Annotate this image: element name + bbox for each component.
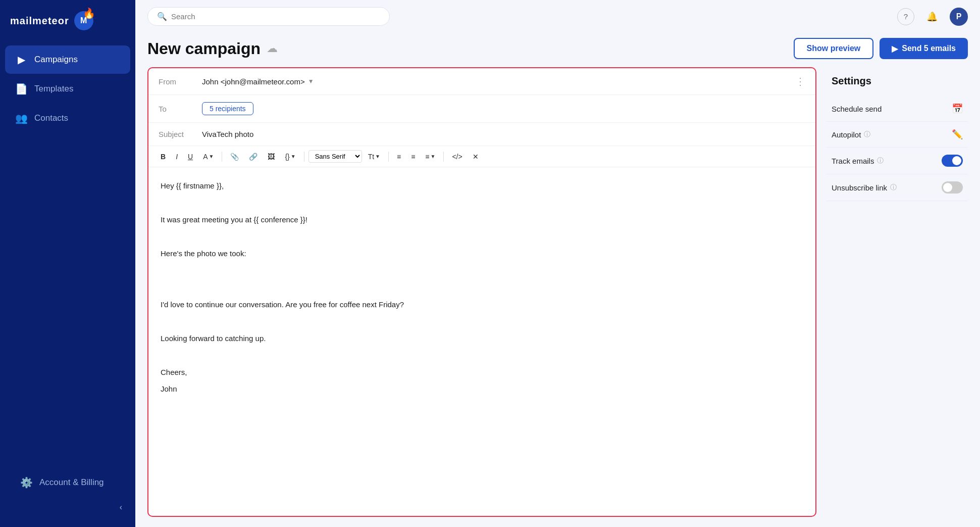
body-line-1: Hey {{ firstname }},: [161, 179, 803, 193]
toolbar-separator-4: [443, 152, 444, 162]
variable-dropdown-icon: ▼: [291, 154, 296, 159]
account-icon: ⚙️: [20, 476, 32, 489]
bullet-list-button[interactable]: ≡: [393, 151, 405, 163]
sidebar-bottom: ⚙️ Account & Billing ‹: [0, 462, 135, 527]
edit-icon[interactable]: ✏️: [952, 129, 963, 140]
recipients-badge[interactable]: 5 recipients: [202, 102, 253, 115]
sidebar-logo: mailmeteor M 🔥: [0, 0, 135, 44]
code-button[interactable]: </>: [448, 151, 466, 163]
font-size-icon: Tt: [368, 153, 374, 161]
variable-icon: {}: [285, 153, 289, 161]
schedule-send-label: Schedule send: [832, 105, 882, 113]
schedule-send-row: Schedule send 📅: [827, 96, 968, 122]
color-dropdown-icon: ▼: [209, 154, 214, 159]
collapse-icon: ‹: [120, 503, 122, 512]
more-options-icon[interactable]: ⋮: [795, 75, 805, 87]
formatting-toolbar: B I U A ▼ 📎 🔗 🖼 {} ▼ Sans Serif Se: [148, 146, 815, 167]
from-label: From: [159, 77, 194, 86]
logo-icon: M 🔥: [74, 11, 93, 30]
send-icon: ▶: [892, 44, 898, 54]
link-button[interactable]: 🔗: [245, 151, 262, 163]
from-value: John <john@mailmeteor.com>: [202, 77, 305, 86]
unsubscribe-link-toggle[interactable]: [942, 181, 963, 194]
autopilot-info-icon[interactable]: ⓘ: [864, 130, 870, 139]
page-header: New campaign ☁ Show preview ▶ Send 5 ema…: [135, 33, 980, 67]
main-content: 🔍 ? 🔔 P New campaign ☁ Show preview ▶ Se…: [135, 0, 980, 527]
body-line-3: It was great meeting you at {{ conferenc…: [161, 213, 803, 226]
track-info-icon[interactable]: ⓘ: [877, 156, 884, 165]
bold-button[interactable]: B: [157, 151, 170, 163]
toolbar-separator-2: [304, 152, 304, 162]
cloud-save-icon: ☁: [267, 42, 278, 55]
sidebar-item-campaigns[interactable]: ▶ Campaigns: [5, 45, 130, 74]
send-emails-button[interactable]: ▶ Send 5 emails: [880, 38, 968, 59]
body-line-11: [161, 349, 803, 362]
sidebar-item-label-campaigns: Campaigns: [34, 55, 78, 65]
page-title-wrap: New campaign ☁: [147, 39, 278, 58]
calendar-icon[interactable]: 📅: [952, 103, 963, 114]
sidebar: mailmeteor M 🔥 ▶ Campaigns 📄 Templates 👥…: [0, 0, 135, 527]
page-title: New campaign: [147, 39, 261, 58]
sidebar-item-contacts[interactable]: 👥 Contacts: [5, 104, 130, 132]
autopilot-row: Autopilot ⓘ ✏️: [827, 122, 968, 148]
clear-format-button[interactable]: ✕: [469, 151, 483, 163]
settings-title: Settings: [827, 72, 968, 96]
unsubscribe-info-icon[interactable]: ⓘ: [890, 183, 897, 192]
body-line-9: [161, 315, 803, 328]
search-icon: 🔍: [157, 12, 167, 21]
to-row: To 5 recipients: [148, 95, 815, 123]
from-row: From John <john@mailmeteor.com> ▼ ⋮: [148, 68, 815, 95]
help-icon-button[interactable]: ?: [897, 8, 914, 25]
body-line-4: [161, 230, 803, 244]
campaigns-icon: ▶: [15, 54, 27, 66]
subject-row: Subject: [148, 123, 815, 146]
sidebar-item-templates[interactable]: 📄 Templates: [5, 75, 130, 103]
variable-button[interactable]: {} ▼: [281, 151, 299, 163]
attach-button[interactable]: 📎: [226, 151, 243, 163]
settings-panel: Settings Schedule send 📅 Autopilot ⓘ ✏️ …: [827, 67, 968, 517]
font-size-dropdown-icon: ▼: [375, 154, 380, 159]
subject-input[interactable]: [202, 130, 805, 138]
text-color-button[interactable]: A ▼: [199, 151, 218, 163]
content-area: From John <john@mailmeteor.com> ▼ ⋮ To 5…: [135, 67, 980, 527]
to-label: To: [159, 105, 194, 113]
image-button[interactable]: 🖼: [264, 151, 279, 163]
avatar[interactable]: P: [950, 8, 968, 26]
font-size-button[interactable]: Tt ▼: [364, 151, 384, 163]
unsubscribe-link-row: Unsubscribe link ⓘ: [827, 174, 968, 201]
body-line-10: Looking forward to catching up.: [161, 332, 803, 345]
font-family-select[interactable]: Sans Serif Serif Monospace: [308, 150, 362, 163]
email-composer: From John <john@mailmeteor.com> ▼ ⋮ To 5…: [147, 67, 816, 517]
search-bar[interactable]: 🔍: [147, 7, 390, 26]
track-emails-label: Track emails ⓘ: [832, 156, 884, 165]
italic-button[interactable]: I: [172, 151, 182, 163]
autopilot-label: Autopilot ⓘ: [832, 130, 870, 139]
body-line-7: [161, 281, 803, 294]
align-button[interactable]: ≡ ▼: [421, 151, 439, 163]
track-emails-toggle[interactable]: [942, 155, 963, 167]
from-dropdown[interactable]: John <john@mailmeteor.com> ▼: [202, 77, 314, 86]
topbar: 🔍 ? 🔔 P: [135, 0, 980, 33]
logo-text: mailmeteor: [10, 15, 69, 27]
subject-label: Subject: [159, 130, 194, 138]
sidebar-item-account-billing[interactable]: ⚙️ Account & Billing: [10, 468, 125, 497]
topbar-icons: ? 🔔 P: [897, 8, 968, 26]
sidebar-item-label-templates: Templates: [34, 84, 73, 94]
align-dropdown-icon: ▼: [431, 154, 436, 159]
body-line-13: John: [161, 382, 803, 396]
underline-button[interactable]: U: [184, 151, 197, 163]
sidebar-collapse-button[interactable]: ‹: [5, 498, 130, 517]
sidebar-item-label-account: Account & Billing: [39, 477, 104, 488]
track-emails-row: Track emails ⓘ: [827, 148, 968, 174]
body-line-8: I'd love to continue our conversation. A…: [161, 298, 803, 311]
email-body[interactable]: Hey {{ firstname }}, It was great meetin…: [148, 167, 815, 516]
bell-icon-button[interactable]: 🔔: [923, 8, 941, 25]
from-chevron-icon: ▼: [308, 78, 314, 85]
number-list-button[interactable]: ≡: [407, 151, 419, 163]
text-color-icon: A: [203, 153, 208, 161]
sidebar-nav: ▶ Campaigns 📄 Templates 👥 Contacts: [0, 44, 135, 133]
send-label: Send 5 emails: [902, 44, 956, 53]
show-preview-button[interactable]: Show preview: [794, 38, 874, 59]
search-input[interactable]: [171, 12, 380, 21]
toolbar-separator-3: [388, 152, 389, 162]
